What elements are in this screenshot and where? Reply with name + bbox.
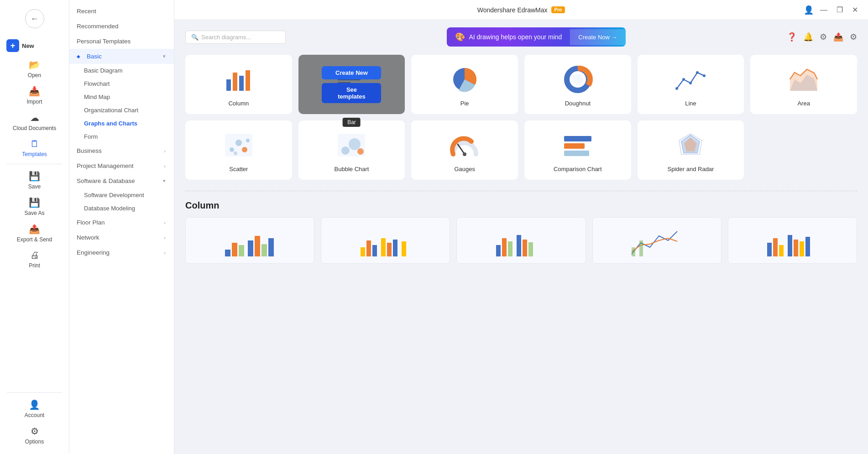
- sidebar-item-graphs[interactable]: Graphs and Charts: [69, 117, 174, 130]
- sidebar-item-basic[interactable]: ◆ Basic ▾: [69, 49, 174, 64]
- narrow-sidebar-bottom: 👤 Account ⚙ Options: [0, 390, 69, 449]
- sidebar-item-business[interactable]: Business ›: [69, 143, 174, 158]
- sidebar-item-mindmap[interactable]: Mind Map: [69, 90, 174, 104]
- svg-rect-44: [361, 247, 365, 256]
- chart-card-line[interactable]: Line: [638, 55, 744, 114]
- software-label: Software & Database: [77, 177, 135, 184]
- sidebar-item-recent[interactable]: Recent: [69, 4, 174, 19]
- svg-point-27: [357, 148, 364, 155]
- template-card-4[interactable]: [592, 217, 722, 264]
- see-templates-button[interactable]: See templates: [322, 83, 381, 103]
- search-placeholder: Search diagrams...: [201, 34, 251, 41]
- save-button[interactable]: 💾 Save: [0, 167, 69, 193]
- new-label: New: [22, 42, 34, 49]
- svg-point-15: [703, 74, 706, 77]
- template-card-2-img: [321, 218, 450, 263]
- ai-banner-left: 🎨 AI drawing helps open your mind: [447, 27, 570, 47]
- template-card-2[interactable]: [321, 217, 450, 264]
- svg-rect-62: [788, 235, 792, 256]
- chart-card-doughnut[interactable]: Doughnut: [524, 55, 631, 114]
- sidebar-item-db-model[interactable]: Database Modeling: [69, 202, 174, 215]
- minimize-button[interactable]: —: [817, 5, 830, 15]
- templates-button[interactable]: 🗒 Templates: [0, 135, 69, 161]
- chart-card-area[interactable]: Area: [750, 55, 857, 114]
- template-card-5[interactable]: [728, 217, 857, 264]
- search-icon: 🔍: [191, 34, 199, 41]
- svg-rect-60: [773, 238, 778, 256]
- sidebar-item-recommended[interactable]: Recommended: [69, 19, 174, 34]
- template-card-3[interactable]: [456, 217, 586, 264]
- template-card-1[interactable]: [185, 217, 314, 264]
- sidebar-item-floorplan[interactable]: Floor Plan ›: [69, 215, 174, 230]
- account-button[interactable]: 👤 Account: [0, 396, 69, 422]
- sidebar-item-engineering[interactable]: Engineering ›: [69, 245, 174, 260]
- svg-rect-39: [239, 245, 244, 256]
- svg-rect-31: [564, 143, 585, 149]
- scatter-label: Scatter: [229, 166, 248, 172]
- share-icon[interactable]: 📤: [833, 32, 843, 42]
- sidebar-item-orgchart[interactable]: Organizational Chart: [69, 104, 174, 117]
- svg-rect-46: [372, 245, 377, 256]
- saveas-label: Save As: [24, 210, 44, 216]
- chart-card-spider[interactable]: Spider and Radar: [638, 120, 744, 180]
- create-new-button[interactable]: Create New: [322, 66, 381, 79]
- pie-chart-img: [446, 63, 483, 95]
- sidebar-item-project[interactable]: Project Management ›: [69, 158, 174, 173]
- ai-banner-cta[interactable]: Create Now →: [570, 29, 625, 45]
- orgchart-label: Organizational Chart: [84, 107, 138, 114]
- app-title: Wondershare EdrawMax Pro: [477, 6, 565, 14]
- chart-card-pie[interactable]: Pie: [411, 55, 518, 114]
- options-button[interactable]: ⚙ Options: [0, 422, 69, 449]
- search-box[interactable]: 🔍 Search diagrams...: [185, 31, 286, 44]
- export-button[interactable]: 📤 Export & Send: [0, 220, 69, 246]
- back-button[interactable]: ←: [25, 9, 44, 28]
- sidebar-item-software[interactable]: Software & Database ▾: [69, 173, 174, 188]
- engineering-label: Engineering: [77, 249, 110, 256]
- new-button[interactable]: + New: [0, 36, 69, 56]
- sidebar-item-personal[interactable]: Personal Templates: [69, 34, 174, 49]
- chart-card-gauges[interactable]: Gauges: [411, 120, 518, 180]
- import-button[interactable]: 📥 Import: [0, 82, 69, 109]
- chart-card-column[interactable]: Column: [185, 55, 292, 114]
- svg-point-14: [696, 71, 699, 74]
- notification-icon[interactable]: 🔔: [803, 32, 813, 42]
- ai-banner[interactable]: 🎨 AI drawing helps open your mind Create…: [447, 27, 625, 47]
- settings-icon[interactable]: ⚙: [850, 32, 857, 42]
- close-button[interactable]: ✕: [849, 5, 861, 15]
- saveas-button[interactable]: 💾 Save As: [0, 193, 69, 220]
- chart-card-scatter[interactable]: Scatter: [185, 120, 292, 180]
- maximize-button[interactable]: ❐: [834, 5, 846, 15]
- basic-chevron-icon: ▾: [163, 53, 166, 59]
- apps-icon[interactable]: ⚙: [820, 32, 827, 42]
- svg-point-20: [235, 140, 242, 146]
- svg-point-22: [246, 139, 250, 142]
- new-plus-icon: +: [6, 39, 19, 52]
- svg-point-10: [572, 74, 583, 85]
- pie-label: Pie: [460, 100, 469, 107]
- sidebar-item-flowchart[interactable]: Flowchart: [69, 77, 174, 90]
- flowchart-label: Flowchart: [84, 80, 110, 87]
- help-icon[interactable]: ❓: [787, 32, 797, 42]
- user-avatar[interactable]: 👤: [804, 5, 814, 15]
- sidebar-item-network[interactable]: Network ›: [69, 230, 174, 245]
- print-button[interactable]: 🖨 Print: [0, 246, 69, 272]
- sidebar-item-form[interactable]: Form: [69, 130, 174, 143]
- basic-label: Basic: [87, 53, 102, 60]
- title-bar: Wondershare EdrawMax Pro 👤 — ❐ ✕: [174, 0, 868, 20]
- svg-rect-61: [779, 245, 784, 256]
- column-section: Column: [185, 200, 857, 264]
- import-label: Import: [26, 99, 42, 105]
- cloud-button[interactable]: ☁ Cloud Documents: [0, 109, 69, 135]
- area-label: Area: [797, 100, 810, 107]
- svg-rect-43: [268, 238, 274, 256]
- svg-rect-57: [632, 247, 635, 256]
- sidebar-item-sw-dev[interactable]: Software Development: [69, 188, 174, 202]
- sidebar-item-basic-diagram[interactable]: Basic Diagram: [69, 64, 174, 77]
- open-button[interactable]: 📂 Open: [0, 56, 69, 82]
- svg-rect-54: [517, 235, 521, 256]
- export-label: Export & Send: [17, 236, 52, 243]
- chart-card-bar[interactable]: Bar Create New See templates Bar: [298, 55, 405, 114]
- chart-card-comparison[interactable]: Comparison Chart: [524, 120, 631, 180]
- options-icon: ⚙: [31, 426, 39, 437]
- chart-card-bubble[interactable]: Bubble Chart: [298, 120, 405, 180]
